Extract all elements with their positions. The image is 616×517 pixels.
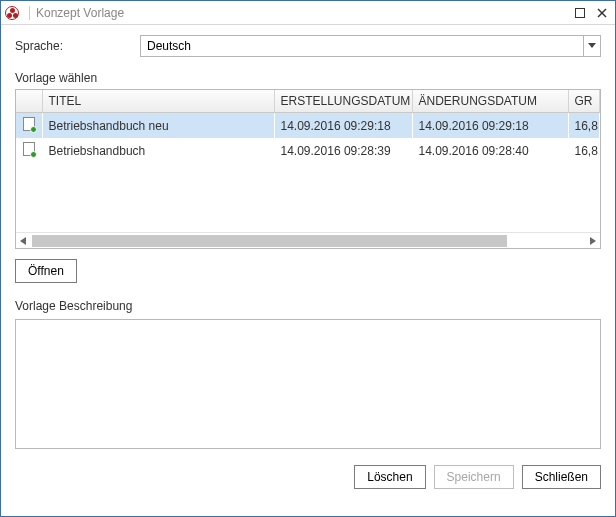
- separator: [29, 6, 30, 20]
- description-label: Vorlage Beschreibung: [15, 299, 601, 313]
- cell-titel: Betriebshandbuch neu: [42, 113, 274, 139]
- language-input[interactable]: [140, 35, 583, 57]
- language-select[interactable]: [140, 35, 601, 57]
- row-icon-cell: [16, 113, 42, 139]
- scroll-left-arrow[interactable]: [18, 236, 28, 246]
- description-textarea[interactable]: [15, 319, 601, 449]
- table-row[interactable]: Betriebshandbuch neu14.09.2016 09:29:181…: [16, 113, 600, 139]
- choose-template-label: Vorlage wählen: [15, 71, 601, 85]
- triangle-left-icon: [20, 237, 26, 245]
- cell-gr: 16,8: [568, 113, 600, 139]
- svg-marker-3: [588, 43, 596, 48]
- maximize-icon: [575, 8, 585, 18]
- close-button[interactable]: [593, 4, 611, 22]
- col-header-aenderungsdatum[interactable]: ÄNDERUNGSDATUM: [412, 90, 568, 113]
- document-icon: [23, 142, 35, 156]
- save-button[interactable]: Speichern: [434, 465, 514, 489]
- close-icon: [597, 8, 607, 18]
- scroll-thumb[interactable]: [32, 235, 507, 247]
- cell-titel: Betriebshandbuch: [42, 138, 274, 163]
- language-dropdown-button[interactable]: [583, 35, 601, 57]
- close-dialog-button[interactable]: Schließen: [522, 465, 601, 489]
- svg-rect-0: [576, 8, 585, 17]
- horizontal-scrollbar[interactable]: [16, 232, 600, 248]
- triangle-right-icon: [590, 237, 596, 245]
- scroll-right-arrow[interactable]: [588, 236, 598, 246]
- window-title: Konzept Vorlage: [36, 6, 567, 20]
- cell-gr: 16,8: [568, 138, 600, 163]
- col-header-icon[interactable]: [16, 90, 42, 113]
- open-button[interactable]: Öffnen: [15, 259, 77, 283]
- cell-aenderungsdatum: 14.09.2016 09:28:40: [412, 138, 568, 163]
- svg-marker-4: [20, 237, 26, 245]
- svg-marker-5: [590, 237, 596, 245]
- table-header-row: TITEL ERSTELLUNGSDATUM ÄNDERUNGSDATUM GR: [16, 90, 600, 113]
- cell-erstellungsdatum: 14.09.2016 09:29:18: [274, 113, 412, 139]
- cell-erstellungsdatum: 14.09.2016 09:28:39: [274, 138, 412, 163]
- titlebar: Konzept Vorlage: [1, 1, 615, 25]
- app-icon: [5, 6, 19, 20]
- col-header-titel[interactable]: TITEL: [42, 90, 274, 113]
- maximize-button[interactable]: [571, 4, 589, 22]
- language-label: Sprache:: [15, 39, 140, 53]
- cell-aenderungsdatum: 14.09.2016 09:29:18: [412, 113, 568, 139]
- table-row[interactable]: Betriebshandbuch14.09.2016 09:28:3914.09…: [16, 138, 600, 163]
- col-header-gr[interactable]: GR: [568, 90, 600, 113]
- col-header-erstellungsdatum[interactable]: ERSTELLUNGSDATUM: [274, 90, 412, 113]
- delete-button[interactable]: Löschen: [354, 465, 425, 489]
- chevron-down-icon: [588, 43, 596, 49]
- document-icon: [23, 117, 35, 131]
- scroll-track[interactable]: [32, 234, 584, 248]
- template-grid[interactable]: TITEL ERSTELLUNGSDATUM ÄNDERUNGSDATUM GR…: [15, 89, 601, 249]
- row-icon-cell: [16, 138, 42, 163]
